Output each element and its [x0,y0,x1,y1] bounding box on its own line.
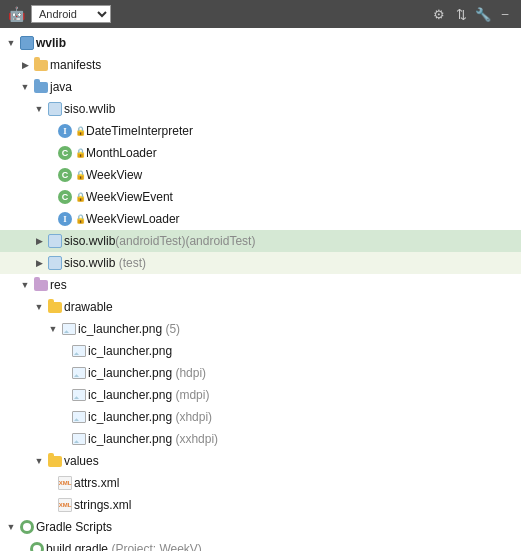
gradle-group-icon [18,518,36,536]
node-label-drawable: drawable [64,300,113,314]
image-icon-ic-launcher-group [60,320,78,338]
tree-node-siso-wvlib-test[interactable]: ▶ siso.wvlib (test) [0,252,521,274]
class-icon-weekviewloader: I [56,210,74,228]
arrow-res: ▼ [18,280,32,290]
tree-node-ic-launcher-group[interactable]: ▼ ic_launcher.png (5) [0,318,521,340]
lock-icon-datetimeinterpreter: 🔒 [74,122,86,140]
arrow-siso-wvlib-androidtest: ▶ [32,236,46,246]
folder-icon-drawable [46,298,64,316]
tree-node-java[interactable]: ▼ java [0,76,521,98]
package-icon-siso-wvlib [46,100,64,118]
arrow-manifests: ▶ [18,60,32,70]
node-label-extra-test: (test) [115,256,146,270]
node-label-strings-xml: strings.xml [74,498,131,512]
arrow-java: ▼ [18,82,32,92]
node-label-siso-wvlib-test: siso.wvlib [64,256,115,270]
arrow-wvlib: ▼ [4,38,18,48]
tree-node-ic-launcher-xhdpi[interactable]: ic_launcher.png (xhdpi) [0,406,521,428]
arrow-gradle-scripts: ▼ [4,522,18,532]
node-label-extra-xhdpi: (xhdpi) [172,410,212,424]
node-label-values: values [64,454,99,468]
node-label-extra-xxhdpi: (xxhdpi) [172,432,218,446]
project-tree: ▼ wvlib ▶ manifests ▼ java ▼ siso.wvlib [0,28,521,551]
node-label-siso-wvlib-androidtest: siso.wvlib [64,234,115,248]
tree-node-ic-launcher-1[interactable]: ic_launcher.png [0,340,521,362]
node-label-ic-launcher-1: ic_launcher.png [88,344,172,358]
arrow-siso-wvlib: ▼ [32,104,46,114]
tree-node-strings-xml[interactable]: XML strings.xml [0,494,521,516]
tree-node-drawable[interactable]: ▼ drawable [0,296,521,318]
arrow-values: ▼ [32,456,46,466]
node-label-ic-launcher-hdpi: ic_launcher.png [88,366,172,380]
node-label-wvlib: wvlib [36,36,66,50]
node-label-extra-androidtest: (androidTest) [115,234,185,248]
node-label-extra-androidtest-text: (androidTest) [185,234,255,248]
package-icon-siso-wvlib-androidtest [46,232,64,250]
gradle-icon-project [28,540,46,551]
folder-icon-res [32,276,50,294]
image-icon-ic-launcher-xxhdpi [70,430,88,448]
class-icon-datetimeinterpreter: I [56,122,74,140]
node-label-weekviewevent: WeekViewEvent [86,190,173,204]
node-label-extra-hdpi: (hdpi) [172,366,206,380]
node-label-ic-launcher-group: ic_launcher.png [78,322,162,336]
node-label-datetimeinterpreter: DateTimeInterpreter [86,124,193,138]
folder-icon-values [46,452,64,470]
folder-icon-manifests [32,56,50,74]
tree-node-res[interactable]: ▼ res [0,274,521,296]
title-bar: 🤖 Android Project Packages ⚙ ⇅ 🔧 – [0,0,521,28]
node-label-monthloader: MonthLoader [86,146,157,160]
tree-node-manifests[interactable]: ▶ manifests [0,54,521,76]
class-icon-weekview: C [56,166,74,184]
image-icon-ic-launcher-hdpi [70,364,88,382]
node-label-extra-ic-launcher-group: (5) [162,322,180,336]
tree-node-siso-wvlib-androidtest[interactable]: ▶ siso.wvlib (androidTest) (androidTest) [0,230,521,252]
node-label-ic-launcher-xhdpi: ic_launcher.png [88,410,172,424]
arrow-ic-launcher-group: ▼ [46,324,60,334]
xml-icon-attrs: XML [56,474,74,492]
node-label-weekview: WeekView [86,168,142,182]
lock-icon-weekviewevent: 🔒 [74,188,86,206]
class-icon-monthloader: C [56,144,74,162]
settings-icon[interactable]: ⚙ [431,6,447,22]
node-label-res: res [50,278,67,292]
node-label-extra-build-gradle-project: (Project: WeekV) [108,542,202,551]
lock-icon-monthloader: 🔒 [74,144,86,162]
tree-node-ic-launcher-mdpi[interactable]: ic_launcher.png (mdpi) [0,384,521,406]
arrow-drawable: ▼ [32,302,46,312]
panel-dropdown[interactable]: Android Project Packages [31,5,111,23]
lock-icon-weekview: 🔒 [74,166,86,184]
node-label-java: java [50,80,72,94]
tree-node-values[interactable]: ▼ values [0,450,521,472]
xml-icon-strings: XML [56,496,74,514]
module-icon-wvlib [18,34,36,52]
tree-node-monthloader[interactable]: C 🔒 MonthLoader [0,142,521,164]
node-label-gradle-scripts: Gradle Scripts [36,520,112,534]
arrange-icon[interactable]: ⇅ [453,6,469,22]
tree-node-ic-launcher-xxhdpi[interactable]: ic_launcher.png (xxhdpi) [0,428,521,450]
class-icon-weekviewevent: C [56,188,74,206]
tree-node-gradle-scripts[interactable]: ▼ Gradle Scripts [0,516,521,538]
tree-node-weekviewevent[interactable]: C 🔒 WeekViewEvent [0,186,521,208]
gear-icon[interactable]: 🔧 [475,6,491,22]
tree-node-build-gradle-project[interactable]: build.gradle (Project: WeekV) [0,538,521,551]
tree-node-datetimeinterpreter[interactable]: I 🔒 DateTimeInterpreter [0,120,521,142]
node-label-extra-mdpi: (mdpi) [172,388,209,402]
node-label-manifests: manifests [50,58,101,72]
tree-node-weekview[interactable]: C 🔒 WeekView [0,164,521,186]
node-label-build-gradle-project: build.gradle [46,542,108,551]
node-label-attrs-xml: attrs.xml [74,476,119,490]
folder-icon-java [32,78,50,96]
tree-node-weekviewloader[interactable]: I 🔒 WeekViewLoader [0,208,521,230]
image-icon-ic-launcher-1 [70,342,88,360]
tree-node-wvlib[interactable]: ▼ wvlib [0,32,521,54]
lock-icon-weekviewloader: 🔒 [74,210,86,228]
hide-icon[interactable]: – [497,6,513,22]
package-icon-siso-wvlib-test [46,254,64,272]
tree-node-attrs-xml[interactable]: XML attrs.xml [0,472,521,494]
tree-node-ic-launcher-hdpi[interactable]: ic_launcher.png (hdpi) [0,362,521,384]
node-label-weekviewloader: WeekViewLoader [86,212,180,226]
node-label-siso-wvlib: siso.wvlib [64,102,115,116]
image-icon-ic-launcher-mdpi [70,386,88,404]
tree-node-siso-wvlib[interactable]: ▼ siso.wvlib [0,98,521,120]
